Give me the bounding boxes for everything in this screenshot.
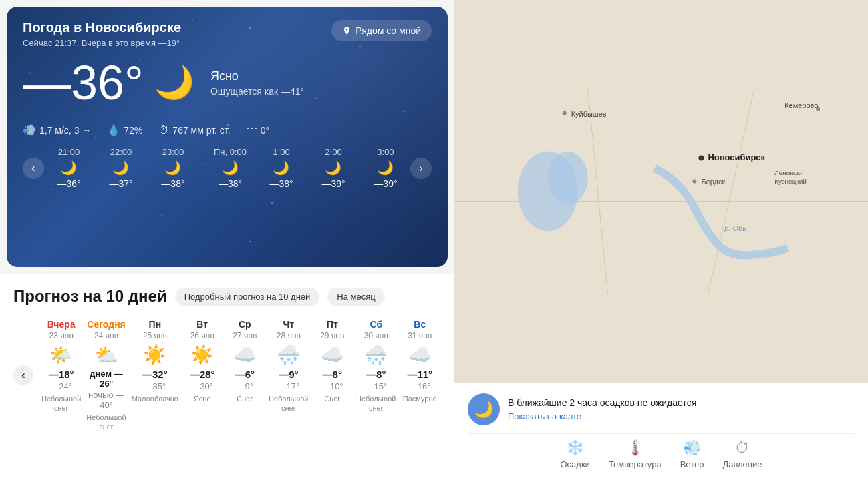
day-low: ночью —40° bbox=[86, 390, 126, 410]
day-name: Сб bbox=[356, 319, 396, 330]
day-item[interactable]: Ср 27 янв ☁️ —6° —9° Снег bbox=[224, 319, 267, 432]
day-date: 25 янв bbox=[132, 331, 178, 340]
day-description: Пасмурно bbox=[401, 394, 438, 403]
current-weather-card: Погода в Новосибирске Сейчас 21:37. Вчер… bbox=[7, 7, 448, 267]
precip-type-label: Осадки bbox=[560, 459, 589, 469]
current-time-text: Сейчас 21:37. Вчера в это время —19° bbox=[23, 38, 181, 48]
hour-weather-icon: 🌙 bbox=[156, 160, 190, 176]
show-on-map-link[interactable]: Показать на карте bbox=[508, 411, 581, 421]
svg-text:Кемерово: Кемерово bbox=[784, 101, 818, 109]
day-low: —35° bbox=[132, 381, 178, 391]
precip-icon-item[interactable]: 🌡️ Температура bbox=[609, 439, 662, 469]
hour-time: 3:00 bbox=[368, 147, 403, 157]
day-name: Пн bbox=[132, 319, 178, 330]
moon-icon: 🌙 bbox=[154, 64, 194, 101]
day-date: 26 янв bbox=[184, 331, 221, 340]
day-weather-icon: ☁️ bbox=[401, 346, 438, 365]
days-container: Вчера 23 янв 🌤️ —18° —24° Небольшой снег… bbox=[39, 319, 441, 432]
pressure-value: 767 мм рт. ст. bbox=[172, 125, 230, 136]
detailed-forecast-button[interactable]: Подробный прогноз на 10 дней bbox=[175, 288, 320, 306]
precip-type-label: Ветер bbox=[680, 459, 704, 469]
right-panel: Куйбышев Кемерово Новосибирск Бердск Лен… bbox=[454, 0, 868, 480]
hour-item: 1:00 🌙 —38° bbox=[264, 147, 299, 189]
precip-type-icon: 💨 bbox=[680, 439, 704, 457]
day-high: —8° bbox=[313, 369, 351, 380]
days-row: ‹ Вчера 23 янв 🌤️ —18° —24° Небольшой сн… bbox=[13, 319, 441, 432]
precip-icons-row: ❄️ Осадки 🌡️ Температура 💨 Ветер ⏱ Давле… bbox=[468, 433, 855, 469]
condition-label: Ясно bbox=[210, 69, 304, 83]
wind-icon: 💨 bbox=[23, 124, 36, 136]
precip-type-label: Давление bbox=[722, 459, 762, 469]
hour-weather-icon: 🌙 bbox=[264, 160, 299, 176]
day-name: Пт bbox=[313, 319, 351, 330]
humidity-value: 72% bbox=[124, 125, 142, 136]
wind-value: 1,7 м/с, 3 → bbox=[39, 125, 91, 136]
precip-type-icon: 🌡️ bbox=[609, 439, 662, 457]
day-date: 28 янв bbox=[269, 331, 308, 340]
day-low: —16° bbox=[401, 381, 438, 391]
day-item[interactable]: Вчера 23 янв 🌤️ —18° —24° Небольшой снег bbox=[39, 319, 84, 432]
visibility-icon: 〰 bbox=[247, 124, 257, 136]
hour-weather-icon: 🌙 bbox=[104, 160, 138, 176]
precip-icon-item[interactable]: ❄️ Осадки bbox=[560, 439, 589, 469]
precip-icon-item[interactable]: 💨 Ветер bbox=[680, 439, 704, 469]
day-item[interactable]: Чт 28 янв 🌨️ —9° —17° Небольшой снег bbox=[266, 319, 311, 432]
precip-icon-item[interactable]: ⏱ Давление bbox=[722, 439, 762, 469]
day-item[interactable]: Пн 25 янв ☀️ —32° —35° Малооблачно bbox=[129, 319, 181, 432]
precipitation-panel: 🌙 В ближайшие 2 часа осадков не ожидаетс… bbox=[454, 383, 868, 480]
day-high: —9° bbox=[269, 369, 308, 380]
svg-text:Куйбышев: Куйбышев bbox=[571, 110, 607, 118]
day-name: Вчера bbox=[41, 319, 81, 330]
day-item[interactable]: Пт 29 янв ☁️ —8° —10° Снег bbox=[311, 319, 353, 432]
day-item[interactable]: Сб 30 янв 🌨️ —8° —15° Небольшой снег bbox=[353, 319, 398, 432]
hourly-forecast-row: ‹ 21:00 🌙 —36° 22:00 🌙 —37° 23:00 🌙 —38°… bbox=[23, 147, 432, 189]
svg-point-11 bbox=[698, 156, 704, 161]
hour-temp: —38° bbox=[156, 178, 190, 189]
day-item[interactable]: Вт 26 янв ☀️ —28° —30° Ясно bbox=[181, 319, 224, 432]
day-weather-icon: 🌤️ bbox=[41, 346, 81, 365]
day-high: —6° bbox=[227, 369, 264, 380]
hourly-prev-button[interactable]: ‹ bbox=[23, 158, 44, 179]
map-container[interactable]: Куйбышев Кемерово Новосибирск Бердск Лен… bbox=[454, 0, 868, 383]
days-prev-button[interactable]: ‹ bbox=[13, 365, 33, 385]
visibility-detail: 〰 0° bbox=[247, 124, 269, 136]
day-item[interactable]: Вс 31 янв ☁️ —11° —16° Пасмурно bbox=[398, 319, 441, 432]
humidity-icon: 💧 bbox=[107, 124, 120, 136]
day-item[interactable]: Сегодня 24 янв ⛅ днём —26° ночью —40° Не… bbox=[84, 319, 128, 432]
day-date: 30 янв bbox=[356, 331, 396, 340]
svg-text:Кузнецкий: Кузнецкий bbox=[774, 178, 807, 185]
day-weather-icon: ☀️ bbox=[132, 346, 178, 365]
nearby-button[interactable]: Рядом со мной bbox=[331, 20, 432, 41]
hour-item: 23:00 🌙 —38° bbox=[156, 147, 190, 189]
day-weather-icon: ☁️ bbox=[227, 346, 264, 365]
day-weather-icon: ☀️ bbox=[184, 346, 221, 365]
humidity-detail: 💧 72% bbox=[107, 124, 142, 136]
precip-description: В ближайшие 2 часа осадков не ожидается bbox=[508, 397, 855, 410]
day-date: 29 янв bbox=[313, 331, 351, 340]
visibility-value: 0° bbox=[261, 125, 269, 136]
day-name: Чт bbox=[269, 319, 308, 330]
day-weather-icon: 🌨️ bbox=[356, 346, 396, 365]
day-low: —24° bbox=[41, 381, 81, 391]
day-description: Небольшой снег bbox=[41, 394, 81, 413]
day-high: —18° bbox=[41, 369, 81, 380]
day-date: 23 янв bbox=[41, 331, 81, 340]
city-title: Погода в Новосибирске bbox=[23, 20, 181, 35]
hour-item: Пн, 0:00 🌙 —38° bbox=[208, 147, 247, 189]
pressure-icon: ⏱ bbox=[158, 124, 169, 136]
day-description: Малооблачно bbox=[132, 394, 178, 403]
hour-temp: —39° bbox=[316, 178, 351, 189]
day-name: Вт bbox=[184, 319, 221, 330]
hourly-next-button[interactable]: › bbox=[410, 158, 432, 179]
hour-weather-icon: 🌙 bbox=[214, 160, 247, 176]
svg-text:Ленинск-: Ленинск- bbox=[774, 169, 802, 176]
day-high: днём —26° bbox=[86, 369, 126, 389]
forecast-title: Прогноз на 10 дней bbox=[13, 287, 167, 306]
svg-text:Бердск: Бердск bbox=[701, 178, 725, 186]
hour-time: 23:00 bbox=[156, 147, 190, 157]
hour-weather-icon: 🌙 bbox=[368, 160, 403, 176]
month-forecast-button[interactable]: На месяц bbox=[327, 288, 384, 306]
main-container: Погода в Новосибирске Сейчас 21:37. Вчер… bbox=[0, 0, 868, 480]
day-high: —32° bbox=[132, 369, 178, 380]
svg-text:Новосибирск: Новосибирск bbox=[708, 152, 765, 162]
